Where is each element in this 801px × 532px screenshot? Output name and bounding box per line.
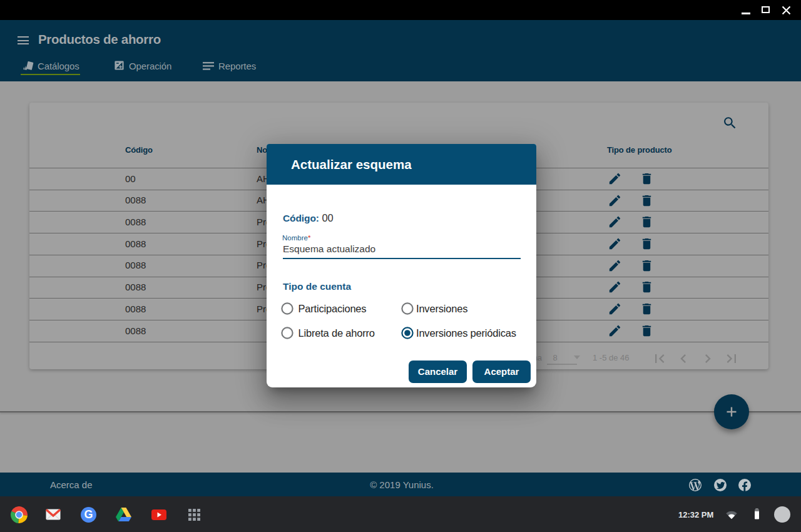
svg-text:G: G (84, 508, 93, 521)
